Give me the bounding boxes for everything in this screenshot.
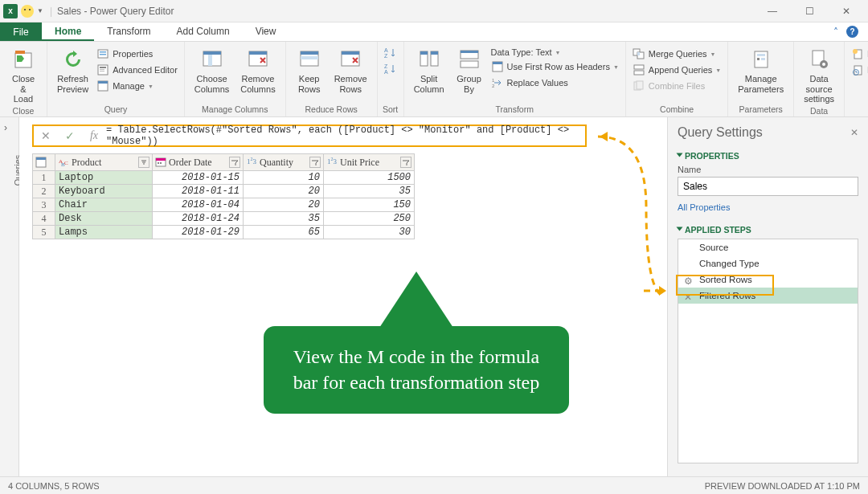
svg-rect-39	[634, 65, 644, 69]
formula-text[interactable]: = Table.SelectRows(#"Sorted Rows", each …	[106, 125, 585, 147]
tab-transform[interactable]: Transform	[94, 22, 163, 41]
applied-step[interactable]: Changed Type	[678, 255, 858, 271]
keep-rows-button[interactable]: KeepRows	[291, 45, 328, 96]
svg-rect-46	[761, 58, 765, 60]
tab-home[interactable]: Home	[42, 22, 94, 41]
svg-rect-44	[757, 54, 765, 56]
svg-rect-3	[100, 51, 106, 53]
minimize-button[interactable]: —	[754, 0, 791, 22]
svg-rect-33	[493, 62, 502, 64]
svg-text:2: 2	[492, 84, 495, 88]
formula-bar[interactable]: ✕ ✓ fx = Table.SelectRows(#"Sorted Rows"…	[32, 125, 587, 147]
sort-desc-button[interactable]: ZA	[383, 61, 399, 76]
svg-rect-61	[158, 162, 159, 164]
sort-asc-button[interactable]: AZ	[383, 45, 399, 59]
choose-columns-button[interactable]: ChooseColumns	[190, 45, 234, 96]
status-bar: 4 COLUMNS, 5 ROWS PREVIEW DOWNLOADED AT …	[0, 476, 868, 494]
maximize-button[interactable]: ☐	[791, 0, 828, 22]
svg-text:Z: Z	[384, 63, 388, 69]
column-filter-icon[interactable]	[309, 157, 321, 168]
svg-rect-60	[156, 158, 166, 161]
svg-point-49	[822, 63, 825, 66]
replace-values-button[interactable]: 12Replace Values	[489, 76, 620, 90]
svg-rect-10	[98, 81, 108, 84]
window-title: Sales - Power Query Editor	[57, 6, 174, 17]
svg-rect-6	[100, 67, 106, 68]
svg-rect-18	[301, 56, 318, 59]
svg-rect-40	[634, 71, 644, 75]
formula-accept-icon[interactable]: ✓	[58, 129, 82, 142]
svg-rect-17	[301, 51, 318, 55]
append-queries-button[interactable]: Append Queries▼	[631, 63, 723, 77]
svg-text:A: A	[384, 69, 388, 74]
annotation-arrow	[582, 127, 667, 416]
applied-step[interactable]: Source	[678, 239, 858, 255]
table-row: 2Keyboard2018-01-112035	[33, 185, 415, 198]
svg-rect-12	[203, 51, 221, 55]
svg-rect-4	[100, 54, 106, 55]
svg-rect-30	[461, 61, 478, 67]
status-right: PREVIEW DOWNLOADED AT 1:10 PM	[705, 481, 860, 491]
svg-rect-15	[249, 51, 267, 55]
ribbon-tabs: File Home Transform Add Column View ˄ ?	[0, 22, 868, 42]
data-type-button[interactable]: Data Type: Text▼	[489, 47, 620, 58]
query-settings-panel: Query Settings ✕ PROPERTIES Name All Pro…	[667, 117, 868, 476]
qat-dropdown[interactable]: ▼	[37, 7, 43, 14]
svg-rect-13	[208, 55, 212, 66]
queries-sidebar-collapsed[interactable]: › Queries	[0, 117, 19, 476]
manage-parameters-button[interactable]: ManageParameters	[733, 45, 788, 96]
svg-text:C: C	[64, 160, 68, 166]
panel-title: Query Settings	[678, 125, 858, 140]
help-icon[interactable]: ?	[846, 26, 858, 38]
remove-rows-button[interactable]: RemoveRows	[330, 45, 372, 96]
manage-button[interactable]: Manage▼	[95, 79, 179, 93]
remove-columns-button[interactable]: RemoveColumns	[235, 45, 280, 96]
table-row: 1Laptop2018-01-15101500	[33, 171, 415, 185]
svg-rect-31	[461, 51, 478, 53]
svg-rect-42	[637, 81, 643, 89]
split-column-button[interactable]: SplitColumn	[409, 45, 449, 96]
smiley-icon[interactable]	[21, 5, 34, 18]
recent-sources-button[interactable]: Recent Sources▼	[850, 63, 868, 77]
merge-queries-button[interactable]: Merge Queries▼	[631, 47, 723, 61]
properties-button[interactable]: Properties	[95, 47, 179, 61]
close-load-button[interactable]: Close &Load	[5, 45, 42, 106]
column-filter-icon[interactable]	[400, 157, 411, 168]
data-source-settings-button[interactable]: Data sourcesettings	[799, 45, 839, 106]
group-by-button[interactable]: GroupBy	[451, 45, 488, 96]
panel-close-icon[interactable]: ✕	[850, 127, 858, 138]
applied-steps-list: Source Changed Type ⚙Sorted Rows ✕Filter…	[678, 239, 858, 463]
table-row: 5Lamps2018-01-296530	[33, 226, 415, 239]
excel-icon: x	[3, 4, 18, 18]
svg-text:Z: Z	[384, 53, 388, 58]
svg-rect-28	[431, 51, 438, 55]
collapse-ribbon-icon[interactable]: ˄	[833, 27, 838, 38]
tab-add-column[interactable]: Add Column	[164, 22, 243, 41]
highlight-box	[676, 275, 774, 296]
combine-files-button: Combine Files	[631, 79, 723, 93]
svg-text:1: 1	[492, 78, 495, 83]
callout-box: View the M code in the formula bar for e…	[264, 326, 569, 414]
close-button[interactable]: ✕	[828, 0, 865, 22]
column-filter-icon[interactable]	[229, 157, 240, 168]
file-tab[interactable]: File	[0, 22, 42, 41]
svg-rect-45	[757, 58, 760, 60]
new-source-button[interactable]: New Source▼	[850, 47, 868, 61]
svg-rect-1	[15, 51, 25, 54]
advanced-editor-button[interactable]: Advanced Editor	[95, 63, 179, 77]
query-name-input[interactable]	[678, 177, 858, 196]
svg-rect-20	[342, 51, 359, 55]
refresh-preview-button[interactable]: RefreshPreview	[52, 45, 93, 96]
ribbon: Close &Load Close RefreshPreview Propert…	[0, 42, 868, 117]
formula-cancel-icon[interactable]: ✕	[34, 129, 58, 142]
tab-view[interactable]: View	[243, 22, 289, 41]
all-properties-link[interactable]: All Properties	[678, 202, 858, 212]
table-corner[interactable]	[33, 154, 55, 171]
fx-icon[interactable]: fx	[82, 129, 106, 142]
first-row-headers-button[interactable]: Use First Row as Headers▼	[489, 59, 620, 74]
column-filter-icon[interactable]	[138, 157, 149, 168]
svg-rect-7	[100, 69, 104, 70]
svg-rect-55	[36, 157, 46, 160]
svg-rect-38	[637, 52, 640, 55]
svg-rect-8	[100, 71, 104, 71]
